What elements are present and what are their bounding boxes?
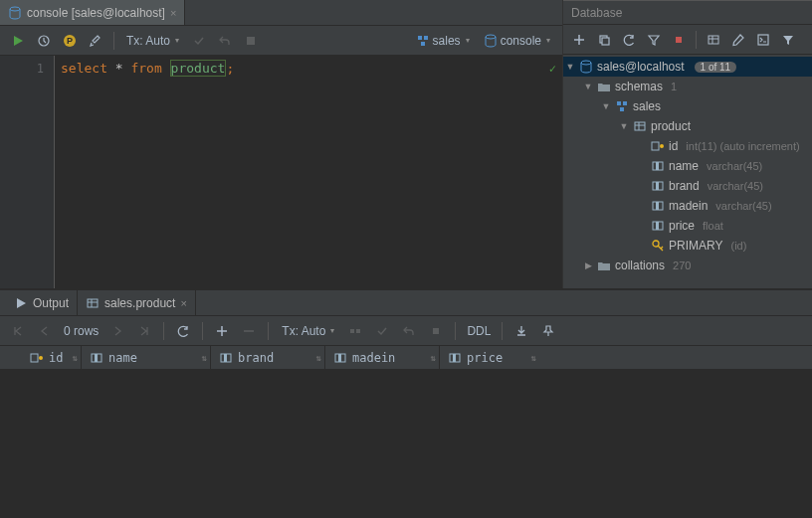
column-icon — [651, 219, 665, 233]
tx-mode-dropdown[interactable]: Tx: Auto▾ — [120, 29, 185, 53]
column-header-id[interactable]: id⇅ — [22, 346, 82, 369]
tree-primary-key[interactable]: PRIMARY (id) — [563, 236, 812, 256]
table-icon — [86, 296, 100, 310]
filter-button[interactable] — [642, 28, 666, 52]
rows-count: 0 rows — [64, 324, 99, 338]
column-icon — [333, 351, 347, 365]
tree-column[interactable]: name varchar(45) — [563, 156, 812, 176]
result-grid[interactable] — [0, 370, 812, 518]
first-page-button — [6, 319, 30, 343]
tree-column[interactable]: price float — [563, 216, 812, 236]
result-table-header: id⇅ name⇅ brand⇅ madein⇅ price⇅ — [0, 346, 812, 370]
column-header-brand[interactable]: brand⇅ — [211, 346, 325, 369]
tree-label: product — [651, 119, 691, 133]
toolbar-separator — [502, 322, 503, 340]
database-icon — [579, 60, 593, 74]
tree-label: sales@localhost — [597, 60, 685, 74]
column-header-madein[interactable]: madein⇅ — [325, 346, 440, 369]
refresh-button[interactable] — [617, 28, 641, 52]
svg-rect-16 — [623, 101, 627, 105]
tree-datasource[interactable]: ▼ sales@localhost 1 of 11 — [563, 57, 812, 77]
result-tab[interactable]: sales.product × — [78, 290, 196, 315]
svg-point-20 — [660, 144, 664, 148]
svg-rect-37 — [95, 354, 98, 362]
settings-button[interactable] — [84, 29, 107, 53]
svg-rect-32 — [356, 329, 360, 333]
svg-rect-24 — [656, 182, 659, 190]
tree-schema[interactable]: ▼ sales — [563, 96, 812, 116]
svg-rect-4 — [247, 37, 255, 45]
svg-rect-5 — [418, 36, 422, 40]
stop-button — [239, 29, 263, 53]
close-icon[interactable]: × — [180, 297, 186, 309]
reload-button[interactable] — [171, 319, 195, 343]
explain-plan-button[interactable]: P — [58, 29, 82, 53]
datasource-badge: 1 of 11 — [695, 62, 737, 73]
add-row-button[interactable] — [210, 319, 234, 343]
editor-tab-console[interactable]: console [sales@localhost] × — [0, 0, 185, 25]
sql-keyword: select — [61, 61, 107, 76]
svg-rect-28 — [656, 222, 659, 230]
console-context-dropdown[interactable]: console▾ — [478, 29, 556, 53]
add-datasource-button[interactable] — [567, 28, 591, 52]
column-type: float — [703, 220, 723, 232]
column-icon — [651, 179, 665, 193]
toolbar-separator — [202, 322, 203, 340]
column-header-price[interactable]: price⇅ — [440, 346, 539, 369]
chevron-right-icon: ▶ — [583, 260, 593, 270]
duplicate-button[interactable] — [592, 28, 616, 52]
ddl-label[interactable]: DDL — [467, 324, 491, 338]
svg-rect-13 — [758, 35, 768, 45]
results-panel: Output sales.product × 0 rows Tx: Auto▾ … — [0, 288, 812, 518]
tree-column[interactable]: madein varchar(45) — [563, 196, 812, 216]
svg-point-0 — [10, 7, 20, 11]
table-view-button[interactable] — [702, 28, 725, 52]
svg-rect-39 — [224, 354, 227, 362]
folder-icon — [597, 80, 611, 93]
column-name: id — [669, 139, 678, 153]
column-name: price — [669, 219, 695, 233]
view-options-button[interactable] — [776, 28, 800, 52]
svg-rect-30 — [88, 299, 98, 307]
chevron-down-icon: ▼ — [565, 62, 575, 72]
editor-toolbar: P Tx: Auto▾ sales▾ console▾ — [0, 26, 562, 56]
close-icon[interactable]: × — [170, 7, 176, 19]
tree-column[interactable]: id int(11) (auto increment) — [563, 136, 812, 156]
database-icon — [8, 6, 22, 20]
validation-ok-icon: ✓ — [549, 60, 556, 78]
key-column-icon — [651, 139, 665, 153]
console-icon — [484, 34, 498, 48]
tree-label: PRIMARY — [669, 239, 722, 253]
editor-tab-label: console [sales@localhost] — [27, 6, 165, 20]
svg-rect-19 — [652, 142, 659, 150]
schema-context-dropdown[interactable]: sales▾ — [410, 29, 476, 53]
tree-schemas-folder[interactable]: ▼ schemas 1 — [563, 77, 812, 96]
output-tab[interactable]: Output — [6, 290, 78, 315]
tree-collations-folder[interactable]: ▶ collations 270 — [563, 256, 812, 275]
rollback-button — [397, 319, 421, 343]
column-name: brand — [669, 179, 700, 193]
tx-mode-dropdown[interactable]: Tx: Auto▾ — [276, 319, 340, 343]
export-button[interactable] — [509, 319, 533, 343]
run-icon — [14, 296, 28, 310]
sql-text: ; — [226, 61, 234, 76]
tree-label: sales — [633, 99, 661, 113]
next-page-button — [105, 319, 129, 343]
editor-code-area[interactable]: select * from product; ✓ — [55, 56, 562, 288]
column-header-name[interactable]: name⇅ — [82, 346, 211, 369]
svg-rect-15 — [617, 101, 621, 105]
console-button[interactable] — [751, 28, 775, 52]
run-button[interactable] — [6, 29, 30, 53]
pin-button[interactable] — [536, 319, 560, 343]
sql-identifier: product — [170, 60, 227, 77]
edit-button[interactable] — [726, 28, 750, 52]
svg-point-8 — [486, 35, 496, 39]
column-icon — [90, 351, 103, 365]
svg-rect-17 — [620, 107, 624, 111]
tree-table[interactable]: ▼ product — [563, 116, 812, 136]
tree-column[interactable]: brand varchar(45) — [563, 176, 812, 196]
history-button[interactable] — [32, 29, 56, 53]
svg-rect-18 — [635, 122, 645, 130]
sql-editor[interactable]: 1 select * from product; ✓ — [0, 56, 562, 288]
stop-db-button[interactable] — [667, 28, 691, 52]
